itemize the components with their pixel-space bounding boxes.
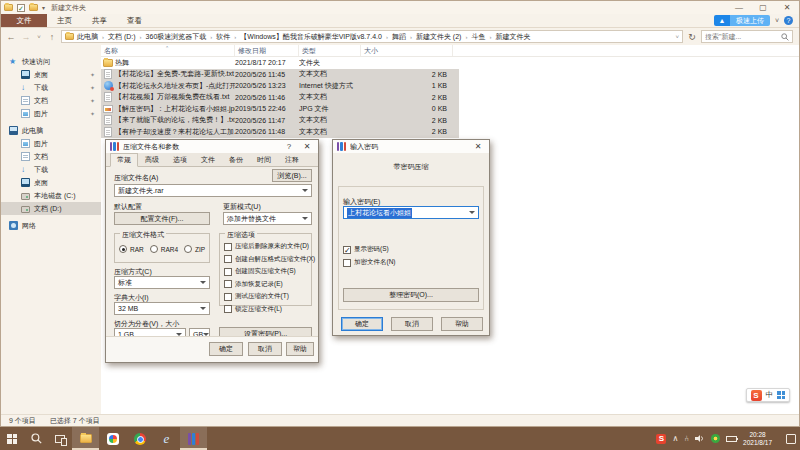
ok-button[interactable]: 确定 [209,342,243,356]
table-row[interactable]: 热舞 2021/8/17 20:17 文件夹 [101,57,459,69]
sidebar-item-local-disk-c[interactable]: 本地磁盘 (C:) [1,189,101,202]
maximize-button[interactable]: ▢ [751,1,775,14]
tab-comment[interactable]: 注释 [278,153,306,166]
radio-rar4[interactable]: RAR4 [150,245,178,253]
radio-zip[interactable]: ZIP [184,245,205,253]
taskbar-search-button[interactable] [24,427,48,450]
dialog-close-icon[interactable]: ✕ [471,142,485,151]
column-date-modified[interactable]: 修改日期 [235,45,299,56]
table-row[interactable]: 【解压密码】：上村花论坛看小姐姐.jpg 2019/5/15 22:46 JPG… [101,103,459,115]
profile-button[interactable]: 配置文件(F)... [114,212,210,225]
sidebar-item-documents-pinned[interactable]: 文档✦ [1,94,101,107]
up-icon[interactable]: ↑ [46,32,58,42]
taskbar-360-safe[interactable] [99,427,126,450]
menu-file[interactable]: 文件 [1,14,47,27]
checkbox-lock[interactable]: 锁定压缩文件(L) [224,305,315,314]
sidebar-item-pictures-pinned[interactable]: 图片✦ [1,107,101,120]
taskbar-browser[interactable] [126,427,153,450]
crumb-kuwo[interactable]: 【Windows】酷我音乐破解豪华VIP版v8.7.4.0 [240,32,382,42]
minimize-button[interactable]: — [727,1,751,14]
crumb-douyu[interactable]: 斗鱼 [471,32,485,42]
address-dropdown-icon[interactable]: ˅ [675,34,679,40]
ime-toolbox-icon[interactable] [777,391,785,399]
sidebar-item-desktop-pinned[interactable]: 桌面✦ [1,68,101,81]
360-tray-icon[interactable] [711,434,720,443]
refresh-icon[interactable]: ↻ [686,32,698,42]
table-row[interactable]: 【村花论坛永久地址发布页】-点此打开 2020/5/26 13:23 Inter… [101,80,459,92]
organize-passwords-button[interactable]: 整理密码(O)... [343,288,479,302]
sogou-tray-icon[interactable]: S [656,434,666,444]
browse-button[interactable]: 浏览(B)... [272,169,312,182]
crumb-downloads-360[interactable]: 360极速浏览器下载 [146,32,207,42]
menu-home[interactable]: 主页 [47,14,82,27]
sidebar-item-downloads[interactable]: ↓下载 [1,163,101,176]
table-row[interactable]: 【来了就能下载的论坛，纯免费！】.txt 2020/5/26 11:47 文本文… [101,115,459,127]
properties-icon[interactable]: ✓ [17,4,25,12]
tab-advanced[interactable]: 高级 [138,153,166,166]
crumb-this-pc[interactable]: 此电脑 [77,32,98,42]
history-dropdown-icon[interactable]: ˅ [35,34,43,40]
checkbox-show-password[interactable]: 显示密码(S) [343,245,389,254]
clock[interactable]: 20:28 2021/8/17 [743,431,772,447]
help-button[interactable]: 帮助 [441,317,483,331]
task-view-button[interactable] [48,427,72,450]
start-button[interactable] [0,427,24,450]
crumb-dance[interactable]: 舞蹈 [392,32,406,42]
cancel-button[interactable]: 取消 [248,342,282,356]
sidebar-item-documents-d[interactable]: 文档 (D:) [1,202,101,215]
help-button[interactable]: 帮助 [286,342,314,356]
help-icon[interactable]: ? [784,16,793,25]
ok-button[interactable]: 确定 [341,317,383,331]
tab-time[interactable]: 时间 [250,153,278,166]
sidebar-item-pictures[interactable]: 图片 [1,137,101,150]
collapse-ribbon-icon[interactable]: ˅ [775,17,779,24]
volume-icon[interactable] [695,434,705,443]
taskbar-winrar[interactable] [180,427,207,450]
checkbox-delete-files[interactable]: 压缩后删除原来的文件(D) [224,242,315,251]
qat-dropdown-icon[interactable]: ▾ [42,4,45,11]
checkbox-encrypt-names[interactable]: 加密文件名(N) [343,258,396,267]
sidebar-item-network[interactable]: 网络 [1,219,101,232]
checkbox-solid[interactable]: 创建固实压缩文件(S) [224,267,315,276]
search-box[interactable] [701,30,793,43]
tab-files[interactable]: 文件 [194,153,222,166]
menu-view[interactable]: 查看 [117,14,152,27]
compression-method-select[interactable]: 标准 [114,276,210,289]
sidebar-item-quick-access[interactable]: ★快速访问 [1,55,101,68]
sidebar-item-documents[interactable]: 文档 [1,150,101,163]
cloud-upload-button[interactable]: ▲ 极速上传 [714,15,770,26]
taskbar-internet-explorer[interactable]: e [153,427,180,450]
crumb-newfolder[interactable]: 新建文件夹 [495,32,530,42]
password-input[interactable]: 上村花论坛看小姐姐 [343,206,479,219]
close-button[interactable]: ✕ [775,1,799,14]
usb-icon[interactable]: ⑃ [684,434,689,443]
search-input[interactable] [705,33,781,40]
new-folder-icon[interactable] [29,4,38,11]
action-center-icon[interactable] [786,434,796,444]
tab-backup[interactable]: 备份 [222,153,250,166]
radio-rar[interactable]: RAR [119,245,144,253]
battery-icon[interactable] [726,436,737,442]
column-type[interactable]: 类型 [299,45,361,56]
crumb-drive-d[interactable]: 文档 (D:) [108,32,136,42]
crumb-newfolder2[interactable]: 新建文件夹 (2) [416,32,462,42]
sidebar-item-this-pc[interactable]: 此电脑 [1,124,101,137]
crumb-software[interactable]: 软件 [216,32,230,42]
sidebar-item-desktop[interactable]: 桌面 [1,176,101,189]
sidebar-item-downloads-pinned[interactable]: ↓下载✦ [1,81,101,94]
table-row[interactable]: 【有种子却没速度？来村花论坛人工加... 2020/5/26 11:48 文本文… [101,126,459,138]
table-row[interactable]: 【村花视频】万部视频免费在线看.txt 2020/5/26 11:46 文本文档… [101,92,459,104]
ime-mode[interactable]: 中 [766,390,774,400]
taskbar-file-explorer[interactable] [72,427,99,450]
dictionary-size-select[interactable]: 32 MB [114,302,210,315]
table-row[interactable]: 【村花论坛】全免费-无套路-更新快.txt 2020/5/26 11:45 文本… [101,69,459,81]
dialog-help-icon[interactable]: ? [282,142,296,151]
cancel-button[interactable]: 取消 [391,317,433,331]
tab-options[interactable]: 选项 [166,153,194,166]
column-size[interactable]: 大小 [361,45,453,56]
back-icon[interactable]: ← [5,32,17,42]
forward-icon[interactable]: → [20,32,32,42]
checkbox-test[interactable]: 测试压缩的文件(T) [224,292,315,301]
archive-name-input[interactable]: 新建文件夹.rar [114,184,312,197]
checkbox-sfx[interactable]: 创建自解压格式压缩文件(X) [224,255,315,264]
